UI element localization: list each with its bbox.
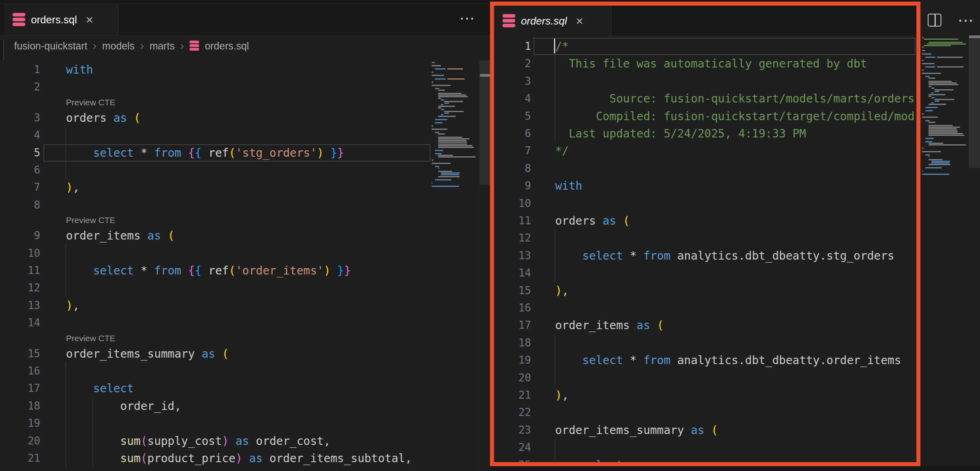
close-icon[interactable]: × xyxy=(86,13,93,26)
codelens-preview-cte[interactable]: Preview CTE xyxy=(66,215,115,225)
token: select xyxy=(582,249,623,262)
code-line-25[interactable]: 25 select xyxy=(494,457,916,462)
code-line-16[interactable]: 16 xyxy=(494,299,916,317)
line-number: 25 xyxy=(494,457,531,462)
right-scrollbar-thumb[interactable] xyxy=(969,35,980,168)
minimap-line xyxy=(438,116,456,117)
token: select xyxy=(582,354,623,367)
line-number: 7 xyxy=(494,142,531,160)
split-editor-icon[interactable] xyxy=(928,14,941,27)
code-line-19[interactable]: 19 select * from analytics.dbt_dbeatty.o… xyxy=(494,352,916,369)
token xyxy=(650,319,657,332)
minimap-line xyxy=(922,147,924,149)
code-line-17[interactable]: 17order_items as ( xyxy=(494,317,916,334)
code-line-19[interactable]: 19 xyxy=(0,415,479,432)
code-line-14[interactable]: 14 xyxy=(0,314,479,332)
code-line-18[interactable]: 18 order_id, xyxy=(0,397,479,415)
tab-orders-sql-right[interactable]: orders.sql × xyxy=(494,6,611,36)
code-line-8[interactable]: 8 xyxy=(494,160,916,177)
minimap-line xyxy=(438,90,445,91)
code-line-13[interactable]: 13 select * from analytics.dbt_dbeatty.s… xyxy=(494,247,916,264)
right-minimap[interactable] xyxy=(922,35,968,461)
breadcrumb-item-models[interactable]: models xyxy=(102,40,135,52)
code-line-23[interactable]: 23order_items_summary as ( xyxy=(494,422,916,439)
code-text: order_items_summary as ( xyxy=(555,422,718,439)
code-line-6[interactable]: 6 Last updated: 5/24/2025, 4:19:33 PM xyxy=(494,125,916,142)
token: } xyxy=(337,264,344,277)
left-minimap[interactable] xyxy=(432,60,479,471)
code-line-15[interactable]: 15), xyxy=(494,282,916,299)
minimap-line xyxy=(929,159,943,160)
left-scrollbar-thumb[interactable] xyxy=(480,60,490,185)
line-number: 3 xyxy=(494,73,531,90)
right-scrollbar[interactable] xyxy=(969,35,980,471)
code-line-2[interactable]: 2 This file was automatically generated … xyxy=(494,55,916,72)
code-text: ), xyxy=(555,387,569,404)
more-actions-icon-right[interactable]: ⋯ xyxy=(957,12,974,28)
tab-orders-sql-left[interactable]: orders.sql × xyxy=(5,4,119,35)
code-line-14[interactable]: 14 xyxy=(494,264,916,282)
code-line-2[interactable]: 2 xyxy=(0,78,479,96)
code-line-15[interactable]: 15order_items_summary as ( xyxy=(0,345,479,362)
line-number: 17 xyxy=(0,380,40,397)
code-text: select xyxy=(555,457,623,462)
token xyxy=(215,347,222,360)
token: { xyxy=(195,264,202,277)
codelens-preview-cte[interactable]: Preview CTE xyxy=(66,98,115,107)
code-line-1[interactable]: 1with xyxy=(0,61,479,78)
code-line-22[interactable]: 22 xyxy=(494,404,916,421)
left-scrollbar[interactable] xyxy=(479,60,490,471)
code-line-12[interactable]: 12 xyxy=(0,279,479,297)
minimap-line xyxy=(922,73,941,74)
code-line-8[interactable]: 8 xyxy=(0,197,479,214)
code-line-3[interactable]: 3 xyxy=(494,73,916,90)
code-line-6[interactable]: 6 xyxy=(0,162,479,179)
minimap-line xyxy=(432,82,433,83)
code-line-10[interactable]: 10 xyxy=(494,195,916,212)
code-line-4[interactable]: 4 xyxy=(0,127,479,144)
line-number: 18 xyxy=(494,334,531,352)
code-line-12[interactable]: 12 xyxy=(494,229,916,247)
indent-guide xyxy=(555,73,555,90)
minimap-line xyxy=(925,138,934,139)
codelens-preview-cte[interactable]: Preview CTE xyxy=(66,334,115,343)
code-line-10[interactable]: 10 xyxy=(0,245,479,262)
code-line-3[interactable]: 3orders as ( xyxy=(0,109,479,127)
minimap-line xyxy=(432,85,451,86)
token: 'order_items' xyxy=(235,264,323,277)
breadcrumb-item-project[interactable]: fusion-quickstart xyxy=(14,40,87,52)
breadcrumb-item-file[interactable]: orders.sql xyxy=(205,40,249,52)
minimap-line xyxy=(438,133,445,135)
code-line-4[interactable]: 4 Source: fusion-quickstart/models/marts… xyxy=(494,90,916,107)
code-line-18[interactable]: 18 xyxy=(494,334,916,352)
minimap-line xyxy=(922,63,935,64)
line-number: 16 xyxy=(0,362,40,380)
code-line-11[interactable]: 11 select * from {{ ref('order_items') }… xyxy=(0,262,479,279)
code-line-9[interactable]: 9with xyxy=(494,177,916,195)
code-line-16[interactable]: 16 xyxy=(0,362,479,380)
code-line-5[interactable]: 5 Compiled: fusion-quickstart/target/com… xyxy=(494,108,916,125)
minimap-line xyxy=(441,104,443,105)
code-line-24[interactable]: 24 xyxy=(494,439,916,456)
left-editor[interactable]: 1with2Preview CTE3orders as (45 select *… xyxy=(0,60,479,471)
code-line-21[interactable]: 21 sum(product_price) as order_items_sub… xyxy=(0,450,479,467)
code-line-11[interactable]: 11orders as ( xyxy=(494,212,916,229)
close-icon[interactable]: × xyxy=(576,14,583,27)
code-line-20[interactable]: 20 xyxy=(494,369,916,387)
code-line-9[interactable]: 9order_items as ( xyxy=(0,227,479,244)
code-text: Last updated: 5/24/2025, 4:19:33 PM xyxy=(555,125,806,142)
code-line-7[interactable]: 7*/ xyxy=(494,142,916,160)
minimap-line xyxy=(929,135,965,136)
token xyxy=(147,264,154,277)
code-line-20[interactable]: 20 sum(supply_cost) as order_cost, xyxy=(0,432,479,450)
code-line-21[interactable]: 21), xyxy=(494,387,916,404)
code-line-7[interactable]: 7), xyxy=(0,179,479,196)
line-number: 1 xyxy=(0,61,40,78)
more-actions-icon-left[interactable]: ⋯ xyxy=(459,10,476,26)
code-line-13[interactable]: 13), xyxy=(0,297,479,314)
token xyxy=(229,434,236,448)
right-editor[interactable]: 1/*2 This file was automatically generat… xyxy=(494,36,916,462)
breadcrumb-item-marts[interactable]: marts xyxy=(150,40,175,52)
code-line-17[interactable]: 17 select xyxy=(0,380,479,397)
code-text: select * from analytics.dbt_dbeatty.orde… xyxy=(555,352,901,369)
